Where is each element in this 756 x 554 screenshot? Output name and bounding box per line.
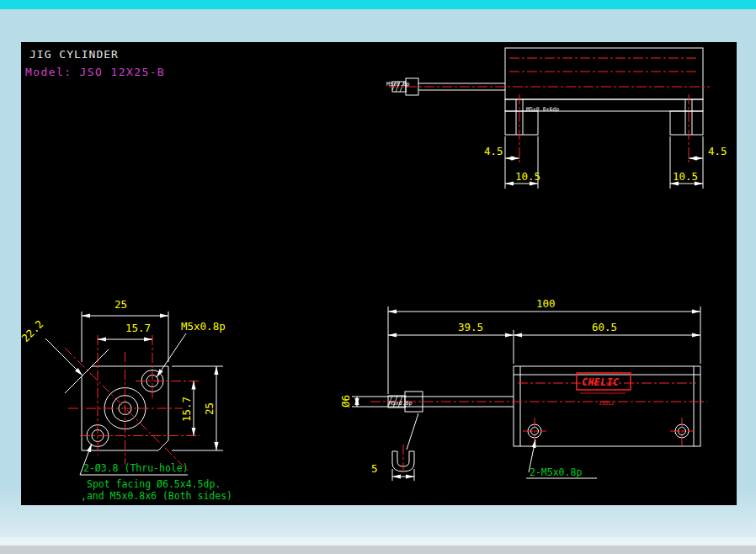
window-top-strip	[0, 0, 756, 9]
brand-label: CHELIC JSO12	[577, 373, 631, 406]
front-view-notes: 2-Ø3.8 (Thru-hole) Spot facing Ø6.5x4.5d…	[80, 444, 232, 502]
dim-diagonal: 22.2	[21, 317, 45, 344]
rod-thread-label: M5x0.8p	[389, 400, 412, 407]
detail-leader-line	[407, 413, 418, 450]
title-block: JIG CYLINDER Model: JSO 12X25-B	[25, 48, 165, 78]
dim-pitch-right: 10.5	[673, 170, 698, 183]
front-view-dimensions: 25 15.7 M5x0.8p 22.2 15.7 25	[21, 298, 226, 450]
mount-thread-label: M5x0.8x6dp	[526, 106, 559, 113]
bottom-side-view: 100 39.5 60.5 Ø6 5 2-M5x0.8p M5x0.8p CHE…	[339, 297, 707, 481]
logo-sub-text: JSO12	[599, 400, 614, 406]
drawing-title: JIG CYLINDER	[29, 48, 119, 61]
drawing-canvas: JIG CYLINDER Model: JSO 12X25-B	[21, 42, 737, 505]
thread-leader-line	[157, 333, 186, 377]
front-view: 25 15.7 M5x0.8p 22.2 15.7 25 2-Ø3.8 (Thr…	[21, 298, 232, 502]
dim-overall-length: 100	[536, 297, 556, 310]
hole-note-line2: Spot facing Ø6.5x4.5dp.	[87, 478, 221, 490]
dim-hole-spacing-h: 15.7	[125, 322, 151, 334]
dim-width: 25	[114, 298, 127, 311]
dim-rod-diameter: Ø6	[339, 395, 352, 408]
left-foot-outline	[505, 111, 538, 135]
frame-bottom-strip	[0, 546, 756, 554]
hole-note-line3: ,and M5x0.8x6 (Both sides)	[81, 490, 232, 502]
thread-spec-label: M5x0.8p	[181, 320, 226, 333]
top-view-dimensions: 4.5 10.5 4.5 10.5	[484, 145, 727, 184]
frame-lower-band	[0, 537, 756, 546]
top-view-labels: M5x0.8p M5x0.8x6dp	[386, 81, 559, 113]
dim-wrench-flats: 5	[371, 462, 378, 475]
hole-note-line1: 2-Ø3.8 (Thru-hole)	[83, 462, 189, 474]
dim-offset-left: 4.5	[484, 145, 503, 157]
logo-text: CHELIC	[582, 376, 620, 388]
mount-thread-note: 2-M5x0.8p	[530, 466, 582, 478]
drawing-model: Model: JSO 12X25-B	[25, 66, 165, 78]
cad-app-window: JIG CYLINDER Model: JSO 12X25-B	[0, 0, 756, 554]
dim-height: 25	[203, 402, 216, 415]
chamfer-extension-line	[65, 349, 109, 393]
dim-pitch-left: 10.5	[515, 170, 540, 183]
dim-rod-side-length: 39.5	[458, 321, 483, 333]
dim-offset-right: 4.5	[708, 145, 727, 157]
right-foot-outline	[670, 111, 703, 135]
top-side-view: 4.5 10.5 4.5 10.5 M5x0.8p M5x0.8x6dp	[386, 48, 727, 189]
side-view-outline	[388, 366, 700, 471]
diagonal-dim-line	[45, 338, 83, 376]
top-view-outline	[392, 48, 703, 135]
cylinder-body-outline	[505, 48, 703, 99]
dim-hole-spacing-v: 15.7	[180, 397, 193, 422]
dim-body-length: 60.5	[592, 321, 617, 333]
side-view-extension-lines	[352, 306, 700, 481]
rod-thread-label: M5x0.8p	[386, 81, 409, 88]
